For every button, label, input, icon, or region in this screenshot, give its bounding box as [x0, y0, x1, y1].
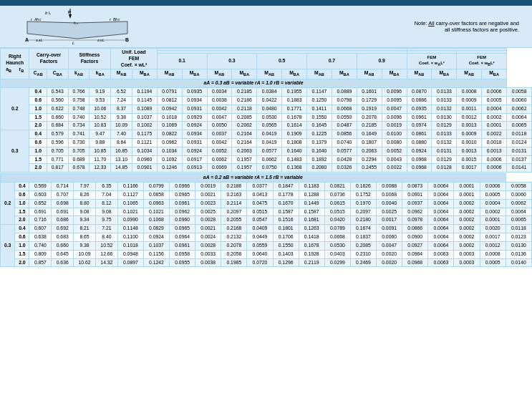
data-cell: 0.0132: [432, 105, 457, 113]
table-row: 2.00.8570.63610.6214.320.08970.12420.095…: [1, 258, 532, 267]
th-b01: 0.1: [157, 53, 207, 69]
data-cell: 0.0866: [402, 225, 428, 233]
data-cell: 0.0821: [324, 183, 350, 191]
data-cell: 0.1640: [307, 147, 332, 155]
data-cell: 0.0901: [402, 190, 428, 199]
data-cell: 0.1368: [282, 164, 307, 173]
data-cell: 0.0965: [170, 190, 195, 199]
data-cell: 0.0002: [454, 216, 480, 225]
data-cell: 0.0123: [506, 233, 531, 242]
data-cell: 0.0131: [507, 147, 532, 155]
data-cell: 0.0008: [457, 88, 482, 97]
data-cell: 9.08: [74, 208, 96, 216]
ra-cell: 0.2: [1, 183, 15, 225]
data-cell: 1.5: [15, 250, 29, 258]
data-cell: 0.1645: [307, 122, 332, 130]
th-b07-mab: MAB: [307, 69, 332, 79]
data-cell: 0.734: [68, 122, 90, 130]
data-cell: 0.0006: [482, 155, 507, 164]
data-cell: 0.0012: [457, 113, 482, 122]
data-cell: 0.0736: [324, 190, 350, 199]
data-cell: 0.0662: [257, 155, 282, 164]
data-cell: 0.0403: [324, 250, 350, 258]
th-l-mab: MAB: [407, 69, 432, 79]
table-row: 0.30.40.6070.6928.217.210.11480.08290.09…: [1, 225, 532, 233]
data-cell: 0.0861: [407, 130, 432, 139]
data-cell: 0.0003: [454, 250, 480, 258]
data-cell: 0.2469: [350, 258, 376, 267]
data-cell: 0.1909: [282, 130, 307, 139]
data-cell: 0.0065: [506, 216, 531, 225]
data-cell: 0.0013: [457, 147, 482, 155]
data-cell: 8.80: [74, 199, 96, 208]
data-cell: 0.0870: [407, 88, 432, 97]
th-mab-u: MAB: [111, 69, 132, 79]
data-cell: 0.2310: [350, 250, 376, 258]
data-cell: 0.689: [68, 155, 90, 164]
data-cell: 0.0419: [257, 130, 282, 139]
data-cell: 0.0002: [454, 233, 480, 242]
data-cell: 0.1250: [307, 96, 332, 105]
data-cell: 0.0042: [207, 105, 232, 113]
data-cell: 0.0017: [377, 216, 402, 225]
data-cell: 0.1263: [299, 225, 324, 233]
data-cell: 0.0010: [457, 139, 482, 147]
data-cell: 0.1034: [157, 147, 182, 155]
data-cell: 0.1955: [282, 88, 307, 97]
data-cell: 0.0974: [407, 122, 432, 130]
data-cell: 0.0966: [170, 183, 195, 191]
data-cell: 8.65: [74, 233, 96, 242]
data-cell: 9.19: [90, 88, 111, 97]
data-cell: 0.0968: [407, 155, 432, 164]
data-cell: 8.26: [74, 190, 96, 199]
data-cell: 0.0990: [117, 216, 143, 225]
data-cell: 0.0668: [324, 233, 350, 242]
data-cell: 0.0720: [247, 258, 273, 267]
data-cell: 2.0: [15, 258, 29, 267]
data-cell: 0.0088: [377, 183, 402, 191]
data-cell: 0.1100: [117, 233, 143, 242]
data-cell: 0.1403: [273, 250, 299, 258]
data-cell: 0.0001: [454, 190, 480, 199]
data-cell: 0.0009: [457, 130, 482, 139]
data-cell: 0.0025: [377, 208, 402, 216]
data-cell: 0.740: [68, 113, 90, 122]
data-cell: 0.0961: [407, 113, 432, 122]
data-cell: 0.0001: [482, 122, 507, 130]
data-cell: 0.0377: [247, 183, 273, 191]
data-cell: 0.0873: [402, 183, 428, 191]
data-cell: 0.1127: [117, 190, 143, 199]
data-cell: 0.0020: [377, 258, 402, 267]
data-cell: 0.0449: [247, 233, 273, 242]
table-row: 2.00.8170.67812.3314.850.09010.12460.091…: [1, 164, 532, 173]
data-cell: 0.4: [15, 183, 29, 191]
data-cell: 0.0547: [247, 216, 273, 225]
data-cell: 0.1808: [282, 139, 307, 147]
data-cell: 0.0964: [402, 250, 428, 258]
data-cell: 12.66: [95, 250, 117, 258]
data-cell: 0.0133: [432, 88, 457, 97]
data-cell: 0.1296: [273, 258, 299, 267]
data-cell: 0.2180: [350, 216, 376, 225]
data-cell: 0.0021: [195, 225, 221, 233]
data-cell: 0.0965: [170, 225, 195, 233]
data-cell: 0.0962: [170, 208, 195, 216]
data-cell: 0.0052: [207, 147, 232, 155]
data-cell: 0.691: [29, 208, 52, 216]
data-cell: 0.1640: [282, 147, 307, 155]
data-cell: 0.1681: [299, 216, 324, 225]
data-cell: 0.0136: [506, 250, 531, 258]
data-cell: 0.0091: [377, 225, 402, 233]
data-cell: 0.1837: [350, 233, 376, 242]
th-mba-u: MBA: [132, 69, 157, 79]
svg-text:L: L: [49, 11, 52, 15]
data-cell: 0.714: [52, 183, 74, 191]
data-cell: 0.0028: [195, 241, 221, 250]
table-row: 1.00.6220.74810.068.370.10890.09420.0931…: [1, 105, 532, 113]
data-cell: 8.12: [95, 199, 117, 208]
data-cell: 0.684: [47, 122, 68, 130]
th-cba: CBA: [47, 69, 68, 79]
data-cell: 0.0002: [482, 113, 507, 122]
data-cell: 0.0530: [257, 113, 282, 122]
data-cell: 0.1516: [273, 216, 299, 225]
